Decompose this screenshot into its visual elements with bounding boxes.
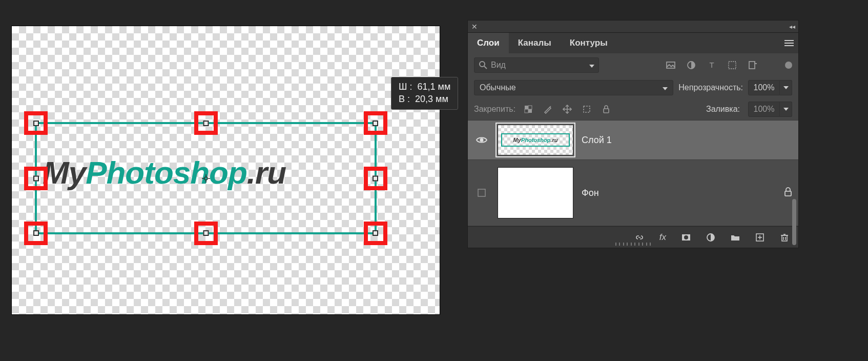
svg-rect-20	[604, 109, 609, 113]
opacity-dropdown-button[interactable]	[780, 80, 792, 95]
layers-list: MyPhotoshop.ru Слой 1 Фон	[468, 120, 798, 226]
visibility-toggle[interactable]	[474, 188, 489, 198]
layer-lock-icon[interactable]	[784, 187, 792, 198]
filter-type-icon[interactable]: T	[707, 61, 716, 70]
opacity-value: 100%	[754, 83, 775, 92]
layers-panel: ✕ ◂◂ Слои Каналы Контуры Вид T	[467, 20, 799, 248]
transform-handle-bl[interactable]	[33, 230, 39, 236]
opacity-label: Непрозрачность:	[678, 83, 743, 92]
svg-point-21	[480, 138, 484, 142]
logo-main: Photoshop	[86, 155, 247, 190]
layer-filter-buttons: T	[666, 61, 792, 70]
fill-label: Заливка:	[706, 105, 740, 114]
layer-name[interactable]: Слой 1	[582, 135, 612, 146]
highlight-square	[24, 111, 48, 135]
filter-toggle[interactable]	[785, 62, 792, 69]
panel-tabs: Слои Каналы Контуры	[467, 33, 799, 53]
lock-transparency-icon[interactable]	[524, 105, 533, 114]
logo-suffix: .ru	[247, 155, 286, 190]
tab-paths[interactable]: Контуры	[561, 33, 617, 53]
svg-point-8	[480, 62, 485, 67]
panel-resize-grip[interactable]	[615, 243, 651, 246]
highlight-square	[194, 222, 218, 245]
svg-rect-23	[785, 191, 791, 196]
canvas-logo-text: MyPhotoshop.ru	[43, 154, 286, 191]
fill-dropdown-button[interactable]	[780, 102, 792, 117]
layer-thumbnail[interactable]	[498, 167, 573, 218]
transform-handle-mr[interactable]	[373, 175, 378, 181]
svg-rect-14	[749, 62, 755, 69]
transform-handle-tl[interactable]	[33, 121, 39, 126]
layer-thumbnail[interactable]: MyPhotoshop.ru	[498, 125, 573, 155]
logo-prefix: My	[43, 155, 86, 190]
width-label: Ш :	[399, 82, 412, 92]
panel-titlebar[interactable]: ✕ ◂◂	[467, 20, 799, 33]
delete-layer-icon[interactable]	[780, 233, 789, 242]
add-mask-icon[interactable]	[681, 233, 691, 242]
lock-artboard-icon[interactable]	[582, 105, 591, 114]
highlight-square	[194, 111, 218, 135]
close-icon[interactable]: ✕	[468, 23, 481, 31]
tab-layers[interactable]: Слои	[468, 33, 509, 53]
svg-line-9	[484, 66, 487, 69]
transform-handle-ml[interactable]	[33, 175, 39, 181]
svg-rect-19	[584, 106, 590, 112]
fill-value: 100%	[754, 105, 775, 114]
lock-paint-icon[interactable]	[543, 105, 552, 114]
collapse-icon[interactable]: ◂◂	[789, 23, 795, 30]
transform-size-tooltip: Ш : 61,1 мм В : 20,3 мм	[391, 77, 458, 110]
lock-position-icon[interactable]	[563, 105, 572, 114]
layer-filter-row: Вид T	[468, 53, 798, 77]
new-layer-icon[interactable]	[755, 233, 764, 242]
layer-row[interactable]: MyPhotoshop.ru Слой 1	[468, 120, 798, 159]
svg-point-25	[684, 235, 688, 239]
blend-opacity-row: Обычные Непрозрачность: 100%	[468, 77, 798, 98]
lock-fill-row: Закрепить: Заливка: 100%	[468, 98, 798, 120]
search-icon	[479, 61, 488, 70]
filter-shape-icon[interactable]	[728, 61, 737, 70]
highlight-square	[364, 111, 387, 135]
svg-rect-16	[528, 109, 532, 113]
highlight-square	[24, 222, 48, 245]
tab-channels[interactable]: Каналы	[509, 33, 561, 53]
layer-row[interactable]: Фон	[468, 159, 798, 226]
link-layers-icon[interactable]	[635, 233, 644, 242]
transform-handle-tm[interactable]	[203, 121, 209, 126]
layer-fx-icon[interactable]: fx	[659, 232, 666, 243]
adjustment-layer-icon[interactable]	[706, 233, 715, 242]
chevron-down-icon	[589, 61, 594, 70]
document-canvas[interactable]: MyPhotoshop.ru	[11, 26, 440, 315]
svg-rect-18	[525, 109, 528, 113]
checker-background: MyPhotoshop.ru	[12, 26, 440, 314]
svg-rect-10	[667, 62, 675, 68]
svg-rect-22	[478, 189, 485, 196]
filter-kind-label: Вид	[491, 61, 506, 70]
blend-mode-value: Обычные	[480, 83, 516, 92]
height-label: В :	[399, 94, 410, 104]
blend-mode-select[interactable]: Обычные	[474, 80, 673, 95]
panel-menu-icon[interactable]	[780, 33, 798, 53]
svg-text:T: T	[709, 61, 714, 69]
height-value: 20,3 мм	[415, 94, 448, 104]
highlight-square	[364, 222, 387, 245]
lock-label: Закрепить:	[474, 105, 515, 114]
transform-handle-tr[interactable]	[373, 121, 378, 126]
highlight-square	[364, 167, 387, 190]
chevron-down-icon	[663, 83, 668, 92]
opacity-field[interactable]: 100%	[748, 80, 780, 95]
new-group-icon[interactable]	[731, 233, 740, 242]
svg-rect-17	[528, 106, 532, 109]
lock-all-icon[interactable]	[602, 105, 611, 114]
layer-name[interactable]: Фон	[582, 188, 599, 198]
svg-rect-15	[525, 106, 528, 109]
filter-smart-icon[interactable]	[748, 61, 757, 70]
filter-image-icon[interactable]	[666, 61, 675, 70]
fill-field[interactable]: 100%	[748, 102, 780, 117]
transform-handle-br[interactable]	[373, 230, 378, 236]
filter-adjustment-icon[interactable]	[687, 61, 696, 70]
transform-handle-bm[interactable]	[203, 230, 209, 236]
layer-filter-kind[interactable]: Вид	[474, 57, 599, 73]
svg-rect-13	[729, 62, 736, 69]
layers-scrollbar[interactable]	[792, 199, 796, 245]
visibility-toggle[interactable]	[474, 136, 489, 144]
